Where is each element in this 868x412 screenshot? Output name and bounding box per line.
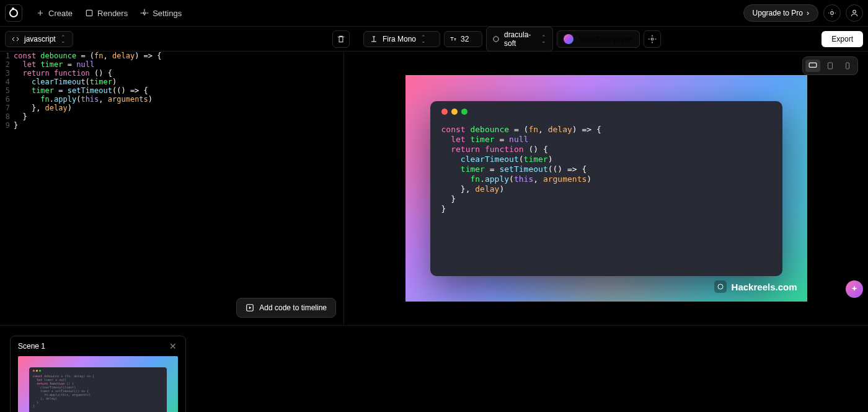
svg-rect-7	[809, 63, 817, 67]
export-button[interactable]: Export	[822, 31, 863, 47]
top-nav: Create Renders Settings Upgrade to Pro ›	[0, 0, 868, 27]
svg-point-10	[718, 284, 723, 289]
settings-label: Settings	[153, 9, 182, 18]
code-content[interactable]: const debounce = (fn, delay) => { let ti…	[14, 52, 343, 130]
notifications-button[interactable]	[823, 4, 841, 22]
renders-label: Renders	[97, 9, 128, 18]
close-icon: ✕	[169, 341, 177, 351]
upgrade-label: Upgrade to Pro	[753, 9, 803, 17]
watermark-text: Hackreels.com	[732, 282, 797, 292]
language-value: javascript	[24, 35, 56, 43]
toolbar: javascript ⌃⌄ Fira Mono ⌃⌄ 32 dracula-so…	[0, 27, 868, 52]
palette-icon	[493, 35, 499, 43]
profile-button[interactable]	[846, 4, 863, 22]
wallpaper-label: Select wallpaper	[578, 35, 633, 43]
scene-close-button[interactable]: ✕	[168, 341, 178, 351]
wallpaper-button[interactable]: Select wallpaper	[557, 30, 640, 48]
preview-settings-button[interactable]	[644, 30, 661, 48]
help-fab[interactable]	[846, 280, 863, 298]
renders-button[interactable]: Renders	[79, 5, 134, 22]
scene-thumbnail[interactable]: const debounce = (fn, delay) => { let ti…	[18, 356, 178, 412]
svg-rect-9	[846, 63, 849, 69]
chevron-up-down-icon: ⌃⌄	[61, 35, 66, 43]
chevron-right-icon: ›	[807, 9, 809, 17]
svg-point-2	[831, 12, 834, 15]
trash-icon	[337, 35, 345, 43]
delete-button[interactable]	[332, 30, 350, 48]
font-size-input[interactable]: 32	[444, 31, 482, 47]
desktop-icon	[808, 62, 817, 69]
theme-value: dracula-soft	[504, 30, 536, 48]
svg-rect-8	[828, 63, 833, 69]
preview-canvas: const debounce = (fn, delay) => { let ti…	[405, 75, 807, 302]
close-dot-icon	[441, 109, 448, 115]
chevron-up-down-icon: ⌃⌄	[421, 35, 426, 43]
scene-title: Scene 1	[18, 342, 45, 351]
svg-point-4	[494, 36, 498, 41]
svg-point-5	[651, 38, 653, 40]
upgrade-button[interactable]: Upgrade to Pro ›	[743, 4, 818, 22]
scene-card[interactable]: Scene 1 ✕ const debounce = (fn, delay) =…	[10, 336, 186, 412]
device-tablet-button[interactable]	[823, 60, 838, 72]
code-window: const debounce = (fn, delay) => { let ti…	[430, 101, 782, 276]
renders-icon	[85, 9, 94, 17]
device-switcher	[802, 56, 858, 75]
sparkle-icon	[850, 285, 859, 293]
svg-rect-0	[86, 10, 92, 16]
add-to-timeline-button[interactable]: Add code to timeline	[236, 298, 336, 318]
create-button[interactable]: Create	[30, 5, 79, 22]
main-area: 123456789 const debounce = (fn, delay) =…	[0, 52, 868, 325]
export-label: Export	[831, 35, 853, 43]
wallpaper-swatch-icon	[564, 34, 574, 44]
minimize-dot-icon	[451, 109, 458, 115]
mobile-icon	[845, 62, 850, 69]
theme-select[interactable]: dracula-soft ⌃⌄	[486, 27, 553, 52]
plus-icon	[36, 9, 45, 17]
gear-icon	[140, 9, 149, 17]
add-timeline-label: Add code to timeline	[259, 303, 327, 312]
watermark-logo-icon	[714, 280, 727, 293]
timeline: Scene 1 ✕ const debounce = (fn, delay) =…	[0, 325, 868, 412]
gear-icon	[648, 35, 657, 43]
font-size-value: 32	[461, 35, 469, 43]
preview-pane: const debounce = (fn, delay) => { let ti…	[344, 52, 868, 325]
preview-code: const debounce = (fn, delay) => { let ti…	[441, 125, 771, 214]
play-icon	[246, 303, 254, 312]
window-controls	[441, 109, 771, 115]
watermark: Hackreels.com	[714, 280, 797, 293]
code-icon	[12, 35, 19, 43]
maximize-dot-icon	[461, 109, 467, 115]
font-icon	[370, 35, 378, 43]
font-select[interactable]: Fira Mono ⌃⌄	[363, 31, 440, 47]
sun-icon	[828, 9, 836, 17]
language-select[interactable]: javascript ⌃⌄	[5, 31, 73, 47]
app-logo[interactable]	[5, 4, 22, 22]
text-size-icon	[450, 35, 457, 43]
code-editor[interactable]: 123456789 const debounce = (fn, delay) =…	[0, 52, 343, 130]
tablet-icon	[827, 62, 833, 69]
device-desktop-button[interactable]	[805, 60, 820, 72]
chevron-up-down-icon: ⌃⌄	[541, 35, 546, 43]
line-gutter: 123456789	[0, 52, 14, 130]
editor-pane: 123456789 const debounce = (fn, delay) =…	[0, 52, 344, 325]
settings-button[interactable]: Settings	[134, 5, 188, 22]
device-mobile-button[interactable]	[840, 60, 855, 72]
scene-header: Scene 1 ✕	[11, 336, 185, 356]
user-icon	[850, 9, 859, 17]
create-label: Create	[48, 9, 73, 18]
font-value: Fira Mono	[383, 35, 416, 43]
svg-point-3	[853, 10, 856, 13]
